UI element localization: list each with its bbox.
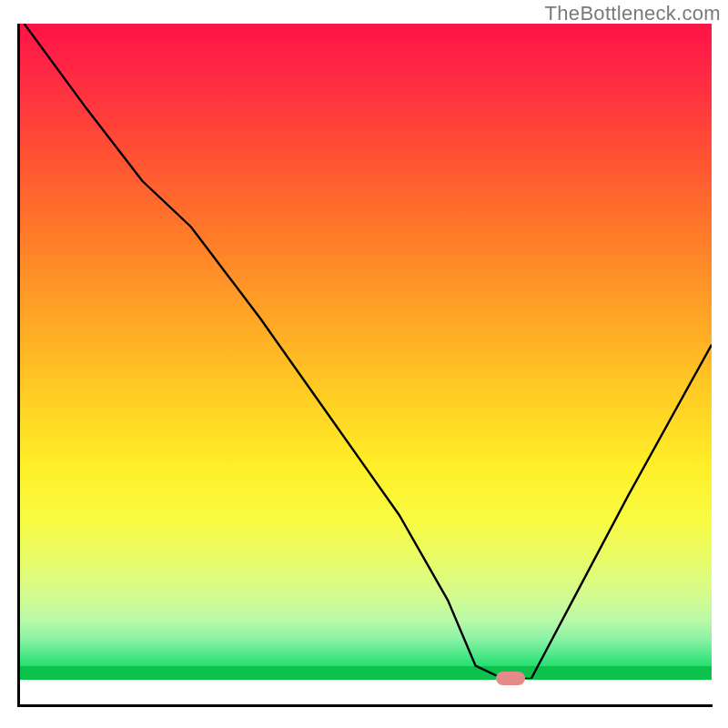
y-axis-line (17, 24, 20, 706)
bottleneck-curve-svg (17, 24, 712, 679)
optimal-marker (496, 672, 525, 685)
watermark-label: TheBottleneck.com (545, 2, 721, 25)
x-axis-line (17, 704, 713, 707)
chart-container: TheBottleneck.com (0, 0, 728, 728)
plot-area (17, 24, 712, 709)
bottleneck-curve-path (25, 24, 712, 679)
